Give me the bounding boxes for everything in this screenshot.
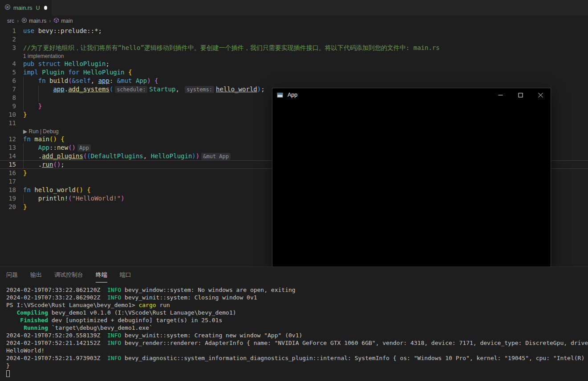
token: ) [257, 86, 261, 93]
app-window-content [272, 102, 551, 266]
token: pub struct [23, 60, 65, 67]
token: } [23, 169, 27, 176]
token: ( [68, 195, 72, 202]
terminal-line[interactable]: 2024-02-19T07:33:22.862120Z INFO bevy_wi… [6, 286, 588, 294]
minimize-icon [498, 93, 503, 98]
breadcrumb-item-src[interactable]: src [7, 18, 14, 24]
token: PS I:\VScode\Rust Lanuage\bevy_demo1> [6, 302, 138, 308]
code-line[interactable]: 2 [0, 35, 588, 44]
inlay-hint: systems: [185, 86, 214, 93]
token: } [23, 111, 27, 118]
token: &self [72, 77, 91, 84]
maximize-button[interactable] [511, 88, 531, 102]
token: app [53, 86, 64, 93]
token: hello_world [216, 86, 257, 93]
code-text: } [23, 111, 27, 118]
panel-tab-problems[interactable]: 问题 [6, 267, 18, 283]
token: INFO [107, 340, 121, 346]
token: new [57, 144, 68, 151]
token: } [23, 203, 27, 210]
token: App [38, 144, 49, 151]
code-line[interactable]: 6 fn build(&self, app: &mut App) { [0, 77, 588, 85]
breadcrumb-item-main-symbol[interactable]: main [53, 17, 73, 25]
codelens[interactable]: 1 implementation [0, 52, 588, 60]
code-editor[interactable]: 1use bevy::prelude::*;23//为了更好地组织，让我们将所有… [0, 26, 588, 266]
panel-tab-debug-console[interactable]: 调试控制台 [54, 267, 83, 283]
token: run [156, 302, 170, 308]
code-line[interactable]: 1use bevy::prelude::*; [0, 27, 588, 35]
code-text: pub struct HelloPlugin; [23, 60, 109, 67]
token: INFO [107, 355, 121, 361]
code-text: fn main() { [23, 135, 65, 143]
close-button[interactable] [531, 88, 551, 102]
token: bevy_diagnostic::system_information_diag… [121, 355, 588, 361]
codelens-text: ▶ Run | Debug [23, 127, 59, 135]
close-icon [538, 93, 543, 98]
code-line[interactable]: 5impl Plugin for HelloPlugin { [0, 68, 588, 77]
app-window[interactable]: App [272, 88, 551, 266]
panel-tab-terminal[interactable]: 终端 [96, 267, 107, 283]
app-window-title: App [288, 92, 491, 98]
rust-file-icon: R [4, 4, 11, 12]
token [125, 69, 128, 76]
code-line[interactable]: 4pub struct HelloPlugin; [0, 60, 588, 68]
git-status-badge: U [36, 5, 40, 11]
terminal-line[interactable]: 2024-02-19T07:52:20.558139Z INFO bevy_wi… [6, 332, 588, 339]
token: . [23, 161, 42, 168]
token: App [136, 77, 147, 84]
token: : [109, 77, 117, 84]
token: &mut [117, 77, 136, 84]
line-number: 9 [0, 102, 16, 111]
breadcrumb-item-main-rs[interactable]: R main.rs [21, 17, 46, 25]
terminal-line[interactable]: 2024-02-19T07:52:21.973903Z INFO bevy_di… [6, 354, 588, 362]
token [23, 77, 38, 84]
tab-main-rs[interactable]: R main.rs U [0, 0, 52, 16]
token: bevy_winit::system: Creating new window … [121, 332, 302, 339]
terminal-output[interactable]: 2024-02-19T07:33:22.862120Z INFO bevy_wi… [0, 283, 588, 377]
terminal-line[interactable]: PS I:\VScode\Rust Lanuage\bevy_demo1> ca… [6, 301, 588, 309]
token: for [65, 69, 83, 76]
code-line[interactable]: 3//为了更好地组织，让我们将所有“hello”逻辑移动到插件中。要创建一个插件… [0, 44, 588, 52]
terminal-line[interactable] [6, 369, 588, 377]
line-number: 13 [0, 143, 16, 152]
code-text: println!("HelloWorld!") [23, 195, 125, 202]
token: { [128, 69, 132, 76]
token: build [49, 77, 68, 84]
rust-file-icon: R [21, 17, 27, 25]
app-icon [277, 92, 284, 98]
code-text: } [23, 102, 42, 110]
token: HelloWorld! [6, 347, 45, 354]
line-number: 14 [0, 152, 16, 160]
terminal-line[interactable]: } [6, 362, 588, 369]
token: } [38, 102, 42, 110]
terminal-line[interactable]: Finished dev [unoptimized + debuginfo] t… [6, 316, 588, 324]
token: cargo [138, 302, 156, 308]
code-text: } [23, 203, 27, 210]
token: HelloPlugin [83, 69, 125, 76]
token: , [175, 86, 183, 93]
terminal-line[interactable]: Compiling bevy_demo1 v0.1.0 (I:\VScode\R… [6, 309, 588, 316]
terminal-line[interactable]: 2024-02-19T07:52:21.142152Z INFO bevy_re… [6, 339, 588, 347]
minimize-button[interactable] [491, 88, 511, 102]
terminal-line[interactable]: 2024-02-19T07:33:22.862902Z INFO bevy_wi… [6, 294, 588, 301]
inlay-hint: &mut App [201, 153, 231, 160]
indent-guide [38, 94, 39, 102]
chevron-right-icon: › [16, 18, 20, 24]
code-text: .run(); [23, 161, 65, 168]
modified-dot-icon[interactable] [44, 6, 47, 10]
token [6, 317, 20, 324]
token: () [68, 144, 76, 151]
code-text: use bevy::prelude::*; [23, 27, 102, 34]
panel-tab-output[interactable]: 输出 [30, 267, 42, 283]
token: bevy_winit::system: Closing window 0v1 [121, 294, 257, 301]
app-window-titlebar[interactable]: App [272, 88, 551, 102]
terminal-line[interactable]: HelloWorld! [6, 347, 588, 354]
token: add_systems [68, 86, 109, 93]
token: DefaultPlugins [91, 152, 143, 160]
line-number: 10 [0, 111, 16, 119]
line-number: 5 [0, 68, 16, 77]
panel-tab-ports[interactable]: 端口 [120, 267, 131, 283]
token: app [98, 77, 109, 84]
terminal-line[interactable]: Running `target\debug\bevy_demo1.exe` [6, 324, 588, 332]
indent-guide [23, 143, 24, 152]
